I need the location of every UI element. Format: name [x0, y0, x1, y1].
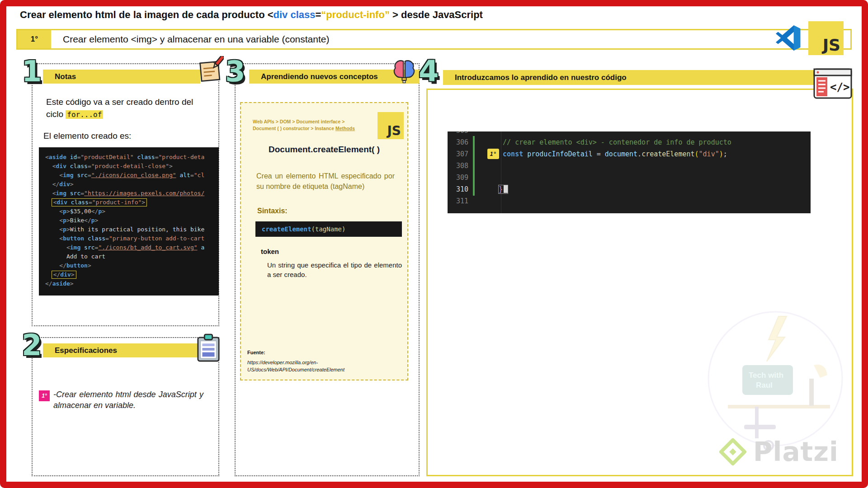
title-suffix: > desde JavaScript — [390, 9, 483, 20]
title-text: Crear elemento html de la imagen de cada… — [20, 9, 274, 20]
code-window-icon: </> — [813, 65, 853, 101]
mdn-reference-panel: Web APIs > DOM > Document interface > Do… — [240, 102, 408, 380]
vscode-icon — [776, 25, 801, 51]
editor-line: 305 — [448, 131, 811, 136]
practice-section-header: Introduzcamos lo aprendido en nuestro có… — [443, 70, 846, 85]
section-number-4: 4 — [419, 57, 438, 86]
code-line: </button> — [45, 261, 215, 270]
section-number-1: 1 — [22, 57, 41, 86]
source-label: Fuente: — [247, 350, 265, 355]
notes-forof-highlight: for...of — [66, 110, 103, 119]
syntax-function-name: createElement — [262, 225, 311, 233]
code-line: </div> — [45, 270, 215, 279]
code-line: <div class="product-info"> — [45, 198, 215, 207]
title-equals: = — [316, 9, 321, 20]
parameter-name: token — [261, 248, 279, 255]
editor-lines: 305306 // crear elemento <div> - contene… — [448, 131, 811, 213]
line-number: 311 — [448, 195, 473, 207]
brain-idea-icon — [392, 58, 417, 86]
notes-section-header: Notas — [43, 70, 200, 84]
notes-section-title: Notas — [55, 72, 76, 81]
notes-code-block: <aside id="productDetail" class="product… — [39, 147, 219, 296]
spec-item-text: -Crear elemento html desde JavaScript y … — [53, 389, 203, 411]
parameter-description: Un string que especifica el tipo de elem… — [267, 260, 402, 279]
editor-line: 308 — [448, 160, 811, 172]
breadcrumb: Web APIs > DOM > Document interface > Do… — [253, 118, 363, 132]
notes-intro-paragraph: Este código va a ser creado dentro del c… — [46, 96, 195, 121]
source-url-link[interactable]: https://developer.mozilla.org/en-US/docs… — [247, 359, 349, 373]
clipboard-icon — [196, 333, 221, 363]
code-line: <img src="https://images.pexels.com/phot… — [45, 189, 215, 198]
code-line: Add to cart — [45, 252, 215, 261]
code-line: <img src="./icons/bt_add_to_cart.svg" a — [45, 243, 215, 252]
code-line: <button class="primary-button add-to-car… — [45, 234, 215, 243]
code-line: <p>With its practical position, this bik… — [45, 225, 215, 234]
breadcrumb-text: Web APIs > DOM > Document interface > Do… — [253, 119, 344, 131]
notes-subtitle: El elemento creado es: — [43, 131, 131, 141]
highlight-box: <div class="product-info"> — [52, 198, 147, 206]
code-line: </aside> — [45, 279, 215, 288]
code-line: <img src="./icons/icon_close.png" alt="c… — [45, 171, 215, 180]
page-title: Crear elemento html de la imagen de cada… — [20, 9, 483, 21]
title-tag-highlight: div class — [274, 9, 316, 20]
editor-line: 310 } — [448, 183, 811, 195]
git-modified-indicator — [473, 136, 475, 196]
code-editor: 305306 // crear elemento <div> - contene… — [448, 131, 811, 213]
syntax-code-bar: createElement(tagName) — [255, 221, 402, 237]
line-number: 308 — [448, 160, 473, 172]
syntax-label: Sintaxis: — [257, 207, 288, 215]
code-line: <div class="product-detail-close"> — [45, 162, 215, 171]
syntax-arguments: (tagName) — [311, 225, 346, 233]
line-number: 306 — [448, 136, 473, 148]
sticky-note-icon — [198, 56, 224, 84]
code-line: </div> — [45, 180, 215, 189]
line-number: 310 — [448, 183, 473, 195]
breadcrumb-link[interactable]: Methods — [335, 126, 355, 131]
editor-line: 311 — [448, 195, 811, 207]
javascript-logo: JS — [808, 21, 844, 55]
section-number-3: 3 — [225, 57, 245, 86]
method-title: Document.createElement( ) — [241, 145, 407, 155]
step-title: Crear elemento <img> y almacenar en una … — [51, 30, 850, 48]
highlight-box: </div> — [52, 271, 76, 279]
step-number-badge: 1° — [18, 30, 51, 48]
svg-text:</>: </> — [830, 81, 849, 94]
practice-section-title: Introduzcamos lo aprendido en nuestro có… — [455, 73, 627, 82]
code-line: <aside id="productDetail" class="product… — [45, 153, 215, 162]
step-bar: 1° Crear elemento <img> y almacenar en u… — [16, 29, 852, 50]
step-marker-badge: 1° — [487, 149, 499, 159]
code-line: <p>$35,00</p> — [45, 207, 215, 216]
line-number: 307 — [448, 148, 473, 160]
section-number-2: 2 — [22, 331, 41, 360]
title-attr-highlight: “product-info” — [321, 9, 390, 20]
spec-item-badge: 1° — [39, 390, 50, 401]
editor-line: 309 — [448, 172, 811, 183]
specs-section-title: Especificaciones — [55, 346, 117, 355]
editor-line: 3071° const producInfoDetail = document.… — [448, 148, 811, 160]
concepts-section-title: Aprendiendo nuevos conceptos — [261, 72, 378, 81]
study-notes-page: Crear elemento html de la imagen de cada… — [0, 0, 868, 488]
javascript-badge-label: JS — [387, 123, 401, 138]
javascript-logo-label: JS — [823, 36, 840, 54]
line-number: 309 — [448, 172, 473, 183]
method-description: Crea un elemento HTML especificado por s… — [256, 171, 395, 192]
javascript-badge: JS — [377, 112, 404, 139]
editor-line: 306 // crear elemento <div> - contenedor… — [448, 136, 811, 148]
line-number: 305 — [448, 131, 473, 136]
code-line: <p>Bike</p> — [45, 216, 215, 225]
specs-section-header: Especificaciones — [43, 343, 200, 357]
